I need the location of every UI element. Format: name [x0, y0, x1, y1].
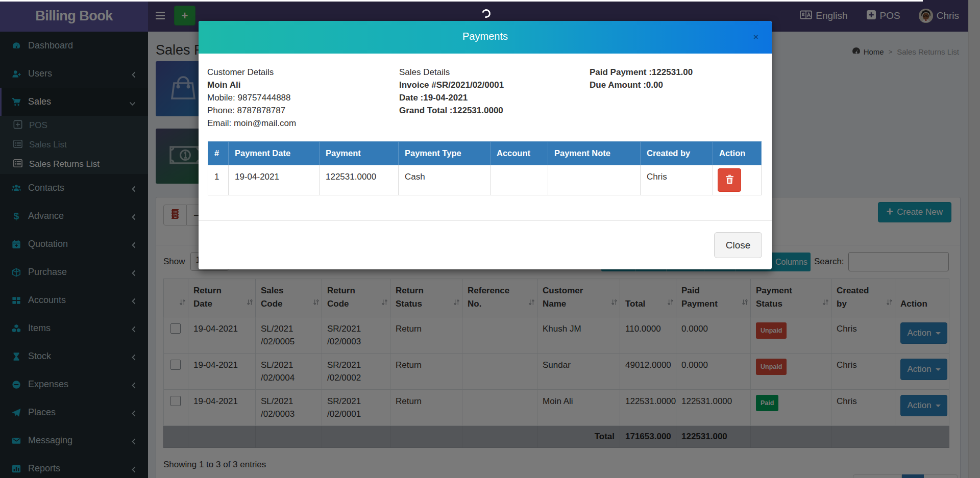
customer-details: Customer Details Moin Ali Mobile: 987574… [207, 66, 296, 130]
payments-column-account: Account [491, 142, 548, 165]
loading-bar [0, 0, 923, 2]
customer-email: Email: moin@mail.com [207, 117, 296, 130]
payment-cell: 1 [208, 165, 229, 195]
payments-column-payment-note: Payment Note [548, 142, 641, 165]
payments-column-payment: Payment [320, 142, 399, 165]
payments-column-action: Action [713, 142, 762, 165]
payment-summary: Paid Payment :122531.00 Due Amount :0.00 [590, 66, 693, 91]
payment-cell [548, 165, 641, 195]
modal-footer-divider [199, 220, 772, 221]
payment-row: 119-04-2021122531.0000CashChris [208, 165, 762, 195]
sales-invoice: Invoice #SR/2021/02/0001 [399, 79, 504, 91]
modal-header: Payments × [199, 21, 772, 54]
sales-details-heading: Sales Details [399, 66, 504, 79]
paid-payment: Paid Payment :122531.00 [590, 66, 693, 79]
customer-details-heading: Customer Details [207, 66, 296, 79]
sales-details: Sales Details Invoice #SR/2021/02/0001 D… [399, 66, 504, 117]
payments-column--: # [208, 142, 229, 165]
trash-icon [725, 174, 734, 186]
close-icon[interactable]: × [753, 33, 758, 41]
payment-cell: 122531.0000 [320, 165, 399, 195]
payment-cell [713, 165, 762, 195]
customer-mobile: Mobile: 98757444888 [207, 91, 296, 104]
customer-name: Moin Ali [207, 79, 296, 91]
payments-column-payment-date: Payment Date [229, 142, 320, 165]
payment-cell: Chris [641, 165, 713, 195]
payments-column-payment-type: Payment Type [399, 142, 491, 165]
payment-cell [491, 165, 548, 195]
payments-column-created-by: Created by [641, 142, 713, 165]
payment-cell: 19-04-2021 [229, 165, 320, 195]
delete-payment-button[interactable] [718, 168, 741, 192]
modal-title: Payments [199, 31, 772, 42]
modal-close-button[interactable]: Close [714, 232, 762, 258]
sales-date: Date :19-04-2021 [399, 91, 504, 104]
payments-table: #Payment DatePaymentPayment TypeAccountP… [208, 141, 762, 195]
customer-phone: Phone: 8787878787 [207, 104, 296, 117]
app-screen: Billing Book + English POS Chris Dashboa… [0, 0, 980, 478]
sales-grand-total: Grand Total :122531.0000 [399, 104, 504, 117]
payment-cell: Cash [399, 165, 491, 195]
payments-modal: Payments × Customer Details Moin Ali Mob… [199, 21, 772, 269]
due-amount: Due Amount :0.00 [590, 79, 693, 91]
